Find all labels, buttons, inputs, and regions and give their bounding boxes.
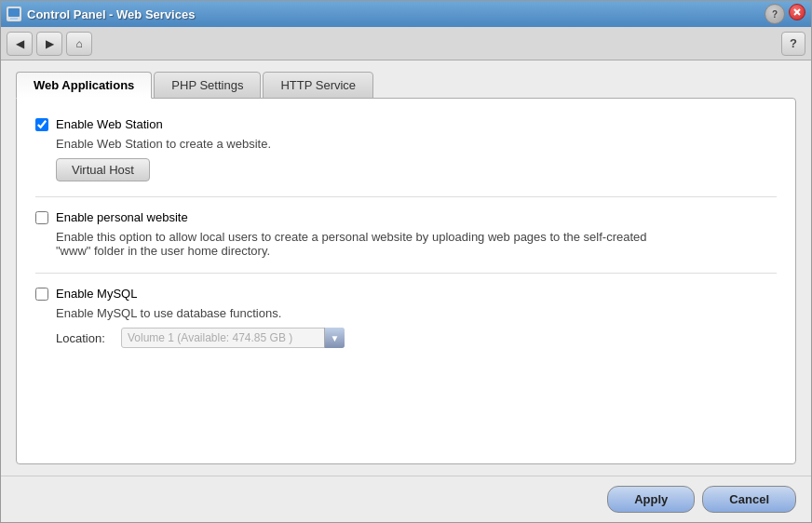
enable-personal-website-checkbox[interactable] (35, 211, 48, 224)
back-button[interactable]: ◀ (7, 32, 33, 56)
divider-2 (35, 273, 777, 274)
location-row: Location: Volume 1 (Available: 474.85 GB… (56, 328, 777, 348)
apply-button[interactable]: Apply (607, 486, 695, 513)
virtual-host-button[interactable]: Virtual Host (56, 158, 150, 181)
main-window: Control Panel - Web Services ? ◀ ▶ ⌂ ? W… (0, 0, 812, 523)
divider-1 (35, 196, 777, 197)
content-area: Web Applications PHP Settings HTTP Servi… (1, 60, 811, 476)
web-station-section: Enable Web Station Enable Web Station to… (35, 117, 777, 181)
tab-web-applications[interactable]: Web Applications (16, 72, 152, 99)
toolbar: ◀ ▶ ⌂ ? (1, 27, 811, 60)
enable-personal-website-row: Enable personal website (35, 210, 777, 224)
mysql-description: Enable MySQL to use database functions. (56, 306, 777, 320)
cancel-button[interactable]: Cancel (702, 486, 796, 513)
enable-mysql-checkbox[interactable] (35, 288, 48, 301)
enable-mysql-label: Enable MySQL (56, 287, 137, 301)
web-station-description: Enable Web Station to create a website. (56, 137, 777, 151)
window-icon (7, 7, 21, 21)
enable-web-station-checkbox[interactable] (35, 118, 48, 131)
enable-web-station-row: Enable Web Station (35, 117, 777, 131)
enable-web-station-label: Enable Web Station (56, 117, 163, 131)
personal-website-section: Enable personal website Enable this opti… (35, 210, 777, 258)
location-select-wrapper: Volume 1 (Available: 474.85 GB ) ▼ (121, 328, 345, 348)
tab-bar: Web Applications PHP Settings HTTP Servi… (16, 72, 796, 99)
personal-website-description: Enable this option to allow local users … (56, 230, 777, 258)
window-title: Control Panel - Web Services (27, 7, 759, 21)
location-select[interactable]: Volume 1 (Available: 474.85 GB ) (121, 328, 345, 348)
title-bar: Control Panel - Web Services ? (1, 1, 811, 27)
window-help-button[interactable]: ? (765, 4, 785, 24)
window-controls: ? (765, 4, 805, 24)
footer: Apply Cancel (1, 476, 811, 522)
svg-rect-0 (8, 8, 20, 17)
location-label: Location: (56, 331, 112, 345)
enable-mysql-row: Enable MySQL (35, 287, 777, 301)
tab-http-service[interactable]: HTTP Service (263, 72, 373, 99)
tab-php-settings[interactable]: PHP Settings (154, 72, 261, 99)
help-button[interactable]: ? (781, 32, 805, 56)
web-applications-panel: Enable Web Station Enable Web Station to… (16, 98, 796, 464)
enable-personal-website-label: Enable personal website (56, 210, 188, 224)
forward-button[interactable]: ▶ (36, 32, 62, 56)
mysql-section: Enable MySQL Enable MySQL to use databas… (35, 287, 777, 348)
svg-rect-1 (10, 18, 18, 20)
window-close-button[interactable] (789, 4, 805, 20)
home-button[interactable]: ⌂ (66, 32, 92, 56)
